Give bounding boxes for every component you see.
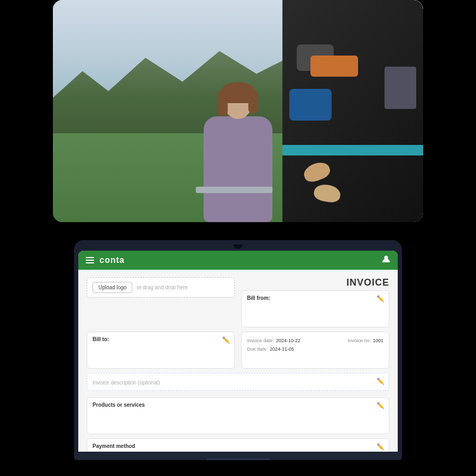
menu-icon[interactable] <box>86 257 94 263</box>
top-row: Upload logo or drag and drop here INVOIC… <box>87 277 389 327</box>
upload-logo-box: Upload logo or drag and drop here <box>87 277 235 298</box>
mid-row: Bill to: ✏️ Invoice date: 2024-10-22 <box>87 332 389 369</box>
right-top: INVOICE Bill from: ✏️ <box>241 277 389 327</box>
upload-logo-hint: or drag and drop here <box>136 285 188 290</box>
upload-logo-area: Upload logo or drag and drop here <box>87 277 235 327</box>
background-photo <box>53 0 423 222</box>
scene: conta <box>0 0 476 476</box>
app-content: Upload logo or drag and drop here INVOIC… <box>78 270 398 452</box>
header-left: conta <box>86 255 125 265</box>
laptop-screen: conta <box>78 251 398 452</box>
payment-label: Payment method <box>93 443 383 449</box>
person-body <box>204 116 272 222</box>
invoice-no-pair: Invoice no: 1001 <box>347 336 383 345</box>
invoice-title: INVOICE <box>241 277 389 290</box>
feet <box>304 163 330 200</box>
invoice-date-pair: Invoice date: 2024-10-22 <box>247 336 300 345</box>
payment-box[interactable]: Payment method ✏️ <box>87 438 389 452</box>
invoice-meta-box: Invoice date: 2024-10-22 Invoice no: 100… <box>241 332 389 369</box>
products-box[interactable]: Products or services ✏️ <box>87 397 389 434</box>
bill-to-box[interactable]: Bill to: ✏️ <box>87 332 235 369</box>
laptop-base <box>74 452 402 460</box>
bill-from-edit-icon[interactable]: ✏️ <box>377 295 385 303</box>
invoice-form: Upload logo or drag and drop here INVOIC… <box>87 277 389 452</box>
bill-to-edit-icon[interactable]: ✏️ <box>222 336 230 344</box>
payment-edit-icon[interactable]: ✏️ <box>377 443 385 451</box>
app-logo: conta <box>99 255 125 265</box>
car-trunk <box>282 0 423 222</box>
upload-logo-button[interactable]: Upload logo <box>93 282 132 293</box>
app-header: conta <box>78 251 398 270</box>
laptop-notch <box>233 244 243 249</box>
bottom-sections: Products or services ✏️ Payment method ✏… <box>87 397 389 452</box>
products-label: Products or services <box>93 402 383 408</box>
person <box>185 53 291 222</box>
due-date-value: 2024-11-05 <box>270 345 294 353</box>
products-edit-icon[interactable]: ✏️ <box>377 402 385 409</box>
app-name-text: conta <box>99 255 125 264</box>
bill-from-box[interactable]: Bill from: ✏️ <box>241 290 389 327</box>
bill-from-label: Bill from: <box>247 295 383 301</box>
description-edit-icon[interactable]: ✏️ <box>377 378 385 385</box>
laptop-frame: conta <box>74 240 402 452</box>
due-date-pair: Due date: 2024-11-05 <box>247 345 383 353</box>
bill-to-label: Bill to: <box>93 336 229 342</box>
invoice-date-label: Invoice date: <box>247 336 274 345</box>
invoice-date-row: Invoice date: 2024-10-22 Invoice no: 100… <box>247 336 383 345</box>
description-placeholder: Invoice description (optional) <box>93 380 160 386</box>
user-icon[interactable] <box>382 255 390 266</box>
description-box[interactable]: Invoice description (optional) ✏️ <box>87 373 389 391</box>
invoice-meta: Invoice date: 2024-10-22 Invoice no: 100… <box>247 336 383 353</box>
invoice-date-value: 2024-10-22 <box>276 336 300 345</box>
due-date-label: Due date: <box>247 345 268 353</box>
person-head <box>224 85 253 119</box>
invoice-no-label: Invoice no: <box>347 336 371 345</box>
invoice-no-value: 1001 <box>373 336 383 345</box>
laptop-device: conta <box>74 240 402 460</box>
